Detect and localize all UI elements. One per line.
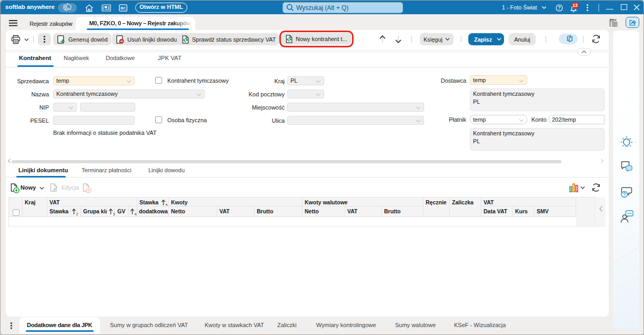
svg-text:BC: BC <box>120 6 126 10</box>
svg-text:5: 5 <box>166 203 168 207</box>
svg-text:2: 2 <box>76 212 78 216</box>
svg-text:4: 4 <box>135 212 137 216</box>
